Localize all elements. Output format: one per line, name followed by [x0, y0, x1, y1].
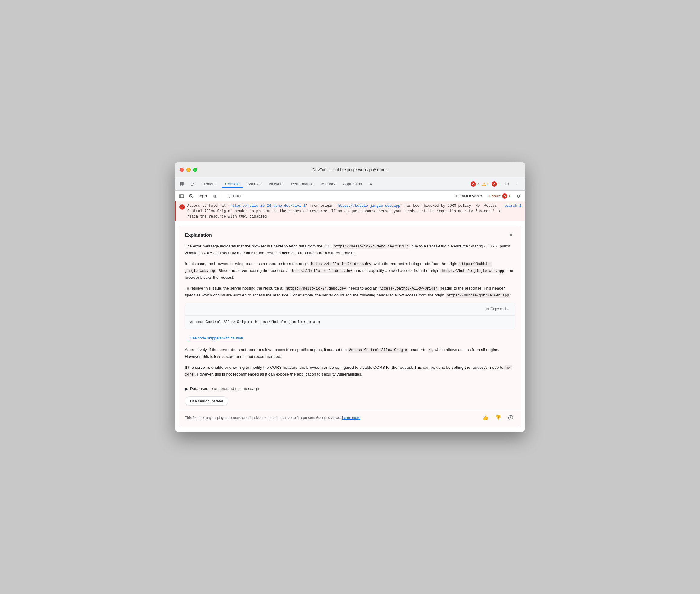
thumbs-down-button[interactable]: 👎 — [494, 413, 502, 422]
issue-icon: ✕ — [502, 193, 508, 199]
filter-button[interactable]: Filter — [224, 193, 245, 199]
svg-point-14 — [215, 195, 216, 197]
console-area: ✕ Access to fetch at 'https://hello-io-2… — [175, 201, 525, 427]
device-mode-icon[interactable] — [187, 179, 197, 189]
origin-code-1: https://hello-io-24.deno.dev — [310, 262, 373, 266]
chevron-down-icon: ▾ — [206, 194, 208, 198]
report-button[interactable] — [506, 413, 515, 422]
copy-code-button[interactable]: ⧉ Copy code — [483, 305, 511, 314]
devtools-window: DevTools - bubble-jingle.web.app/search … — [175, 162, 525, 432]
error-url2-link[interactable]: https://bubble-jingle.web.app — [338, 204, 400, 208]
error-badge[interactable]: ✕ 2 — [470, 182, 479, 187]
tab-more[interactable]: » — [366, 180, 375, 188]
warn-icon: ⚠ — [482, 182, 486, 187]
svg-rect-3 — [182, 184, 184, 186]
header-code-1: Access-Control-Allow-Origin — [378, 286, 439, 291]
error-text: Access to fetch at 'https://hello-io-24.… — [187, 203, 502, 219]
data-used-section: ▶ Data used to understand this message — [179, 383, 521, 394]
url-code-2: https://hello-io-24.deno.dev — [285, 286, 347, 291]
close-button[interactable] — [180, 168, 184, 172]
code-block-container: ⧉ Copy code Access-Control-Allow-Origin:… — [185, 303, 515, 329]
clear-console-icon[interactable] — [187, 192, 195, 200]
explanation-paragraph-1: The error message indicates that the bro… — [185, 243, 515, 256]
svg-rect-1 — [182, 182, 184, 184]
warn-badge[interactable]: ⚠ 1 — [482, 182, 489, 187]
error-source-link[interactable]: search:1 — [504, 203, 521, 208]
tab-application[interactable]: Application — [340, 180, 366, 188]
explanation-body: The error message indicates that the bro… — [179, 243, 521, 383]
origin-code-4: https://bubble-jingle.web.app — [441, 269, 505, 273]
origin-code-5: https://bubble-jingle.web.app — [446, 293, 511, 298]
disclaimer-section: This feature may display inaccurate or o… — [179, 410, 521, 427]
thumbs-up-button[interactable]: 👍 — [481, 413, 490, 422]
eye-icon[interactable] — [211, 192, 219, 200]
use-search-instead-button[interactable]: Use search instead — [185, 396, 228, 406]
tab-network[interactable]: Network — [266, 180, 287, 188]
error-circle-icon: ✕ — [179, 203, 185, 210]
window-title: DevTools - bubble-jingle.web.app/search — [312, 167, 388, 172]
info-icon: ✕ — [492, 182, 497, 187]
svg-line-12 — [190, 195, 192, 197]
devtools-tab-bar: Elements Console Sources Network Perform… — [175, 177, 525, 191]
tab-memory[interactable]: Memory — [318, 180, 339, 188]
context-selector[interactable]: top ▾ — [197, 193, 210, 199]
toolbar-divider — [222, 193, 222, 199]
close-explanation-button[interactable]: × — [507, 231, 515, 239]
svg-rect-5 — [192, 183, 192, 183]
explanation-title: Explanation — [185, 232, 212, 238]
code-block-content: Access-Control-Allow-Origin: https://bub… — [185, 316, 515, 329]
svg-rect-9 — [179, 195, 184, 198]
code-block-toolbar: ⧉ Copy code — [185, 303, 515, 316]
explanation-header: Explanation × — [179, 226, 521, 243]
svg-rect-2 — [180, 184, 182, 186]
tab-right-icons: ✕ 2 ⚠ 1 ✕ 1 ⚙ ⋮ — [470, 179, 523, 189]
svg-point-20 — [511, 418, 511, 419]
close-icon: × — [510, 232, 512, 238]
error-url1-link[interactable]: https://hello-io-24.deno.dev/?lvl=1 — [230, 204, 306, 208]
error-message-line: ✕ Access to fetch at 'https://hello-io-2… — [175, 201, 525, 221]
error-icon: ✕ — [470, 182, 476, 187]
traffic-lights — [180, 168, 197, 172]
star-code: * — [428, 348, 432, 353]
tab-sources[interactable]: Sources — [244, 180, 265, 188]
minimize-button[interactable] — [186, 168, 190, 172]
chevron-right-icon: ▶ — [185, 386, 188, 391]
chevron-down-icon-levels: ▾ — [480, 194, 482, 198]
console-toolbar: top ▾ Filter Default levels ▾ 1 Issue: ✕ — [175, 191, 525, 201]
svg-rect-0 — [180, 182, 182, 184]
tab-performance[interactable]: Performance — [288, 180, 317, 188]
explanation-paragraph-4: Alternatively, if the server does not ne… — [185, 346, 515, 360]
console-settings-icon[interactable]: ⚙ — [514, 192, 523, 200]
title-bar: DevTools - bubble-jingle.web.app/search — [175, 162, 525, 177]
tab-console[interactable]: Console — [221, 180, 243, 188]
header-code-2: Access-Control-Allow-Origin — [348, 348, 408, 353]
code-caution-link[interactable]: Use code snippets with caution — [189, 335, 243, 341]
disclaimer-text: This feature may display inaccurate or o… — [185, 415, 360, 420]
tab-elements[interactable]: Elements — [198, 180, 221, 188]
copy-icon: ⧉ — [486, 306, 489, 312]
issue-badge[interactable]: 1 Issue: ✕ 1 — [486, 192, 513, 200]
levels-selector[interactable]: Default levels ▾ — [453, 193, 485, 199]
url-code-1: https://hello-io-24.deno.dev/?lvl=1 — [333, 244, 410, 249]
svg-point-13 — [213, 195, 217, 197]
feedback-icons: 👍 👎 — [481, 413, 515, 422]
search-instead-container: Use search instead — [179, 394, 521, 410]
explanation-card: Explanation × The error message indicate… — [179, 226, 521, 427]
sidebar-toggle-icon[interactable] — [177, 192, 186, 200]
inspect-icon[interactable] — [177, 179, 187, 189]
explanation-paragraph-3: To resolve this issue, the server hostin… — [185, 285, 515, 299]
explanation-paragraph-5: If the server is unable or unwilling to … — [185, 364, 515, 378]
maximize-button[interactable] — [193, 168, 197, 172]
info-badge[interactable]: ✕ 1 — [492, 182, 500, 187]
explanation-paragraph-2: In this case, the browser is trying to a… — [185, 261, 515, 281]
more-options-icon[interactable]: ⋮ — [513, 179, 523, 189]
data-used-toggle[interactable]: ▶ Data used to understand this message — [185, 386, 515, 391]
origin-code-3: https://hello-io-24.deno.dev — [291, 269, 354, 273]
learn-more-link[interactable]: Learn more — [342, 416, 360, 420]
settings-icon[interactable]: ⚙ — [502, 179, 512, 189]
